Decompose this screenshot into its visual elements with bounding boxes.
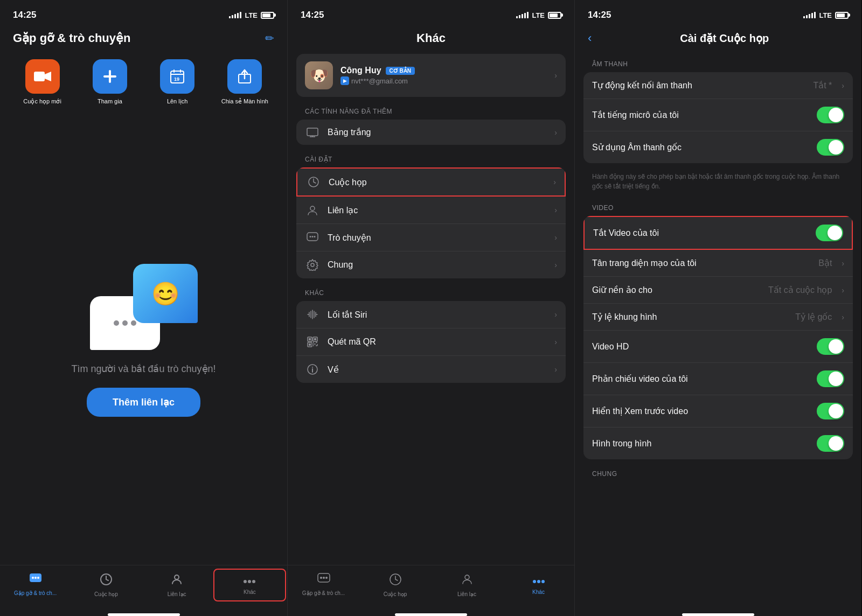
menu-item-about[interactable]: Về › [296, 356, 566, 383]
nav-item-chat-2[interactable]: Gặp gỡ & trò ch... [288, 570, 359, 600]
settings-value-virtual-bg: Tất cả cuộc họp [768, 285, 832, 295]
settings-item-mirror-video[interactable]: Phản chiếu video của tôi [583, 363, 853, 395]
status-icons-1: LTE [229, 11, 274, 19]
nav-item-more-2[interactable]: Khác [503, 570, 574, 600]
profile-card[interactable]: 🐶 Công Huy CƠ BẢN ▶ nvt***@gmail.com › [296, 54, 566, 97]
contacts-nav-icon-1 [170, 573, 183, 589]
nav-item-contacts-2[interactable]: Liên lạc [431, 570, 503, 600]
nav-item-contacts-1[interactable]: Liên lạc [142, 570, 212, 600]
app-item-new-meeting[interactable]: Cuộc họp mới [18, 59, 67, 105]
svg-rect-0 [34, 72, 45, 81]
whiteboard-chevron-icon: › [554, 128, 557, 137]
settings-item-touch-up[interactable]: Tân trang diện mạo của tôi Bật › [583, 250, 853, 277]
menu-text-contacts: Liên lạc [328, 205, 547, 215]
nav-label-more-1: Khác [244, 589, 256, 595]
back-button[interactable]: ‹ [588, 31, 592, 45]
lte-label-3: LTE [819, 11, 832, 19]
svg-point-28 [314, 236, 316, 237]
general-chevron-icon: › [554, 261, 557, 269]
nav-label-meeting-1: Cuộc họp [94, 591, 118, 597]
settings-item-mute-mic[interactable]: Tắt tiếng micrô của tôi [583, 99, 853, 131]
bubble-blue: 😊 [133, 264, 198, 323]
toggle-mute-mic[interactable] [817, 107, 844, 123]
settings-value-touch-up: Bật [818, 258, 832, 268]
nav-item-meeting-2[interactable]: Cuộc họp [359, 570, 431, 600]
svg-point-12 [32, 577, 34, 579]
nav-label-chat-2: Gặp gỡ & trò ch... [302, 590, 345, 596]
whiteboard-icon [305, 128, 320, 137]
svg-point-19 [252, 580, 255, 583]
menu-item-meetings[interactable]: Cuộc họp › [296, 167, 566, 197]
settings-item-video-preview[interactable]: Hiển thị Xem trước video [583, 395, 853, 428]
menu-item-chat[interactable]: Trò chuyện › [296, 224, 566, 251]
toggle-hd-video[interactable] [817, 338, 844, 355]
status-bar-1: 14:25 LTE [0, 0, 287, 27]
settings-item-pip[interactable]: Hình trong hình [583, 428, 853, 459]
chat-nav-icon-2 [317, 573, 330, 588]
toggle-pip[interactable] [817, 435, 844, 452]
status-bar-2: 14:25 LTE [288, 0, 574, 27]
status-time-1: 14:25 [13, 10, 36, 20]
svg-point-27 [312, 236, 314, 237]
settings-item-stop-video[interactable]: Tắt Video của tôi [583, 216, 853, 250]
nav-item-more-1[interactable]: Khác [213, 569, 286, 601]
nav-label-more-2: Khác [532, 589, 545, 595]
svg-point-53 [320, 577, 322, 579]
dot-1 [114, 320, 119, 326]
app-item-join[interactable]: Tham gia [86, 59, 134, 105]
screen3-title: Cài đặt Cuộc họp [600, 32, 849, 45]
menu-item-qr[interactable]: Quét mã QR › [296, 328, 566, 356]
meetings-icon [306, 176, 321, 188]
settings-label-aspect-ratio: Tỷ lệ khung hình [592, 312, 788, 322]
signal-icon-1 [229, 12, 241, 18]
svg-point-26 [310, 236, 311, 237]
join-icon [93, 59, 127, 94]
nav-item-meeting-1[interactable]: Cuộc họp [71, 570, 141, 600]
app-item-share[interactable]: Chia sẻ Màn hình [220, 59, 269, 105]
toggle-thumb-original-sound [829, 140, 843, 155]
section-label-features: CÁC TÍNH NĂNG ĐÃ THÊM [288, 108, 574, 115]
toggle-stop-video[interactable] [816, 225, 843, 241]
screen-3: 14:25 LTE ‹ Cài đặt Cuộc họp ÂM THANH Tự… [574, 0, 861, 616]
settings-item-auto-audio[interactable]: Tự động kết nối âm thanh Tắt * › [583, 72, 853, 99]
app-item-schedule[interactable]: 19 Lên lịch [153, 59, 201, 105]
edit-icon[interactable]: ✏ [265, 32, 274, 45]
share-icon [227, 59, 262, 94]
settings-item-original-sound[interactable]: Sử dụng Âm thanh gốc [583, 131, 853, 163]
battery-icon-2 [548, 12, 561, 19]
menu-item-siri[interactable]: Lối tắt Siri › [296, 301, 566, 328]
profile-email-row: ▶ nvt***@gmail.com [340, 76, 547, 85]
svg-text:19: 19 [174, 76, 179, 82]
menu-text-qr: Quét mã QR [328, 337, 547, 347]
menu-item-contacts[interactable]: Liên lạc › [296, 197, 566, 224]
home-indicator-2 [395, 613, 467, 616]
menu-text-chat: Trò chuyện [328, 233, 547, 243]
svg-point-60 [541, 580, 545, 583]
nav-label-contacts-2: Liên lạc [457, 591, 476, 597]
more-nav-icon-1 [243, 573, 256, 587]
screen3-content: ÂM THANH Tự động kết nối âm thanh Tắt * … [575, 54, 861, 611]
settings-item-hd-video[interactable]: Video HD [583, 331, 853, 363]
touch-up-chevron-icon: › [842, 259, 844, 268]
section-label-other: KHÁC [288, 289, 574, 297]
settings-item-virtual-bg[interactable]: Giữ nền ảo cho Tất cả cuộc họp › [583, 277, 853, 304]
meetings-chevron-icon: › [553, 178, 556, 186]
app-label-join: Tham gia [98, 98, 122, 104]
toggle-mirror-video[interactable] [817, 370, 844, 387]
app-grid: Cuộc họp mới Tham gia 19 Lên lịch Chia s… [0, 54, 287, 116]
svg-point-13 [34, 577, 37, 579]
nav-label-chat-1: Gặp gỡ & trò ch... [14, 590, 57, 596]
status-time-3: 14:25 [588, 10, 611, 20]
menu-item-general[interactable]: Chung › [296, 251, 566, 278]
menu-item-whiteboard[interactable]: Bảng trắng › [296, 120, 566, 145]
add-contact-button[interactable]: Thêm liên lạc [87, 388, 200, 417]
svg-point-57 [465, 575, 469, 579]
chat-bubbles: 😊 [90, 264, 198, 350]
settings-label-touch-up: Tân trang diện mạo của tôi [592, 258, 811, 268]
toggle-video-preview[interactable] [817, 403, 844, 419]
toggle-original-sound[interactable] [817, 139, 844, 156]
virtual-bg-chevron-icon: › [842, 286, 844, 295]
settings-item-aspect-ratio[interactable]: Tỷ lệ khung hình Tỷ lệ gốc › [583, 304, 853, 331]
status-bar-3: 14:25 LTE [575, 0, 861, 27]
nav-item-chat-1[interactable]: Gặp gỡ & trò ch... [0, 570, 71, 600]
